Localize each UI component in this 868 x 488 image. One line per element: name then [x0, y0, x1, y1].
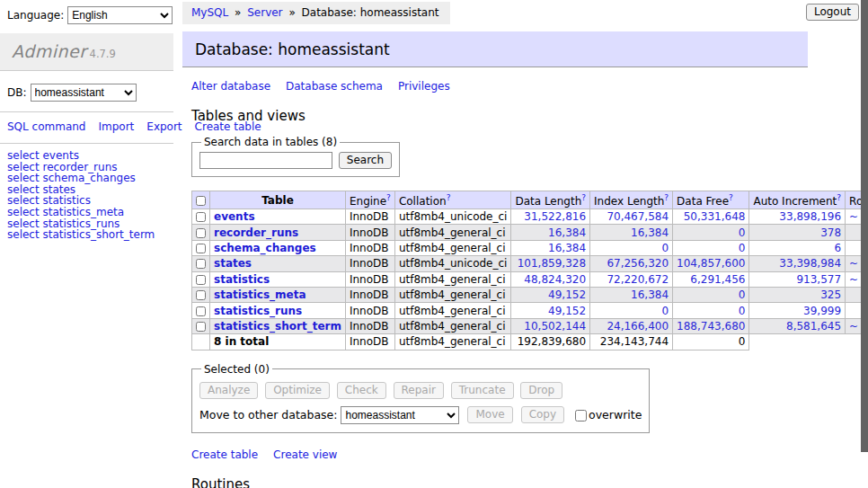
create-links: Create tableCreate view	[191, 448, 808, 461]
sidebar: Language:English Adminer4.7.9 DB:homeass…	[0, 0, 173, 488]
table-link-events[interactable]: events	[214, 210, 255, 223]
collation-cell: utf8mb4_general_ci	[394, 225, 511, 240]
table-link-statistics-short-term[interactable]: statistics_short_term	[214, 320, 341, 333]
tables-and-views-heading: Tables and views	[191, 108, 808, 124]
help-icon[interactable]: ?	[581, 193, 586, 202]
row-checkbox[interactable]	[196, 259, 206, 269]
page-scrollbar[interactable]	[861, 0, 868, 488]
help-icon[interactable]: ?	[664, 193, 669, 202]
optimize-button[interactable]: Optimize	[265, 382, 330, 399]
collation-cell: utf8mb4_unicode_ci	[394, 256, 511, 271]
routines-heading: Routines	[191, 476, 808, 488]
row-checkbox[interactable]	[196, 228, 206, 238]
drop-button[interactable]: Drop	[520, 382, 562, 399]
index-length-cell: 67,256,320	[590, 256, 673, 271]
index-length-cell: 0	[590, 240, 673, 255]
sidebar-item-select-schema-changes[interactable]: select schema_changes	[7, 173, 173, 184]
row-checkbox[interactable]	[196, 322, 206, 332]
data-free-cell: 188,743,680	[673, 318, 749, 333]
brand-version: 4.7.9	[90, 48, 116, 60]
row-checkbox[interactable]	[196, 212, 206, 222]
analyze-button[interactable]: Analyze	[199, 382, 258, 399]
overwrite-checkbox[interactable]	[575, 410, 587, 421]
search-fieldset: Search data in tables (8) Search	[191, 136, 400, 177]
table-link-states[interactable]: states	[214, 257, 252, 270]
data-length-cell: 48,824,320	[511, 271, 590, 287]
check-button[interactable]: Check	[337, 382, 386, 399]
move-to-database-label: Move to other database:	[199, 407, 337, 421]
data-length-cell: 49,152	[511, 303, 590, 318]
total-collation: utf8mb4_general_ci	[394, 334, 511, 350]
selected-legend: Selected (0)	[201, 363, 272, 376]
auto-increment-cell: 39,999	[749, 303, 846, 318]
search-input[interactable]	[199, 152, 332, 169]
table-link-statistics-runs[interactable]: statistics_runs	[214, 305, 302, 317]
db-select[interactable]: homeassistant	[31, 84, 137, 102]
breadcrumb-mysql-link[interactable]: MySQL	[191, 6, 228, 19]
row-checkbox[interactable]	[196, 275, 206, 285]
privileges-link[interactable]: Privileges	[398, 80, 450, 93]
database-action-links: Alter databaseDatabase schemaPrivileges	[191, 80, 808, 93]
collation-cell: utf8mb4_general_ci	[394, 318, 511, 333]
column-header-data-length: Data Length?	[511, 191, 590, 209]
index-length-cell: 0	[590, 303, 673, 318]
sidebar-link-export[interactable]: Export	[146, 120, 182, 133]
table-row: schema_changes InnoDB utf8mb4_general_ci…	[192, 240, 868, 255]
collation-cell: utf8mb4_general_ci	[394, 303, 511, 318]
data-free-cell: 0	[673, 303, 749, 318]
table-row: states InnoDB utf8mb4_unicode_ci 101,859…	[192, 256, 868, 271]
help-icon[interactable]: ?	[837, 193, 841, 202]
database-schema-link[interactable]: Database schema	[286, 80, 383, 93]
overwrite-option[interactable]: overwrite	[575, 408, 642, 421]
sidebar-actions: SQL commandImportExportCreate table	[0, 111, 173, 143]
repair-button[interactable]: Repair	[394, 382, 444, 399]
search-button[interactable]: Search	[339, 152, 392, 169]
table-row: statistics_short_term InnoDB utf8mb4_gen…	[192, 318, 868, 333]
table-row: statistics_runs InnoDB utf8mb4_general_c…	[192, 303, 868, 318]
data-length-cell: 31,522,816	[511, 209, 590, 225]
language-select[interactable]: English	[67, 6, 173, 24]
help-icon[interactable]: ?	[729, 193, 733, 202]
sidebar-link-sql-command[interactable]: SQL command	[7, 120, 85, 133]
alter-database-link[interactable]: Alter database	[191, 80, 270, 93]
table-link-statistics[interactable]: statistics	[214, 273, 270, 286]
engine-cell: InnoDB	[345, 240, 394, 255]
scrollbar-thumb[interactable]	[861, 0, 868, 452]
table-link-statistics-meta[interactable]: statistics_meta	[214, 288, 306, 301]
row-checkbox[interactable]	[196, 244, 206, 253]
move-database-select[interactable]: homeassistant	[341, 406, 459, 424]
language-label: Language:	[7, 9, 64, 22]
move-button[interactable]: Move	[467, 406, 512, 423]
auto-increment-cell: 378	[749, 225, 846, 240]
copy-button[interactable]: Copy	[521, 406, 564, 423]
sidebar-item-select-statistics-meta[interactable]: select statistics_meta	[7, 207, 173, 218]
sidebar-link-import[interactable]: Import	[98, 120, 134, 133]
collation-cell: utf8mb4_unicode_ci	[394, 209, 511, 225]
select-all-checkbox[interactable]	[196, 196, 206, 206]
logout-button[interactable]: Logout	[806, 4, 859, 21]
breadcrumb-server-link[interactable]: Server	[247, 6, 282, 19]
breadcrumb: MySQL » Server » Database: homeassistant	[182, 2, 450, 24]
total-engine: InnoDB	[345, 334, 394, 350]
tables-overview-table: Table Engine? Collation? Data Length? In…	[191, 191, 868, 350]
help-icon[interactable]: ?	[386, 193, 391, 202]
data-length-cell: 16,384	[511, 240, 590, 255]
table-header-row: Table Engine? Collation? Data Length? In…	[192, 191, 868, 209]
create-table-link[interactable]: Create table	[191, 448, 258, 461]
table-row: statistics InnoDB utf8mb4_general_ci 48,…	[192, 271, 868, 287]
row-checkbox[interactable]	[196, 290, 206, 300]
row-checkbox[interactable]	[196, 306, 206, 316]
table-row: statistics_meta InnoDB utf8mb4_general_c…	[192, 287, 868, 302]
main-content: MySQL » Server » Database: homeassistant…	[182, 0, 808, 488]
create-view-link[interactable]: Create view	[273, 448, 337, 461]
sidebar-table-list: select events select recorder_runs selec…	[0, 143, 173, 241]
total-data-length: 192,839,680	[511, 334, 590, 350]
table-link-recorder-runs[interactable]: recorder_runs	[214, 226, 298, 239]
help-icon[interactable]: ?	[447, 193, 451, 202]
sidebar-item-select-statistics-short-term[interactable]: select statistics_short_term	[7, 229, 173, 241]
table-row: events InnoDB utf8mb4_unicode_ci 31,522,…	[192, 209, 868, 225]
table-link-schema-changes[interactable]: schema_changes	[214, 242, 316, 254]
truncate-button[interactable]: Truncate	[451, 382, 514, 399]
index-length-cell: 24,166,400	[590, 318, 673, 333]
sidebar-item-select-events[interactable]: select events	[7, 150, 173, 162]
